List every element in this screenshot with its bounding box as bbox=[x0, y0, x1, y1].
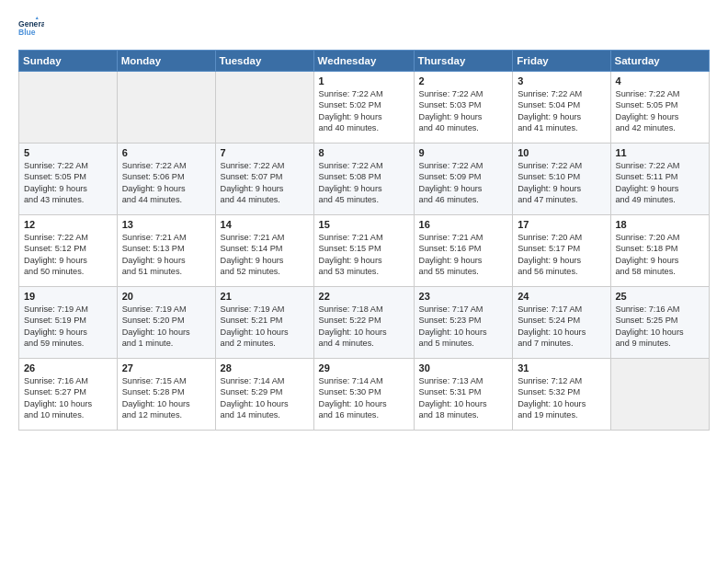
calendar-cell: 8Sunrise: 7:22 AM Sunset: 5:08 PM Daylig… bbox=[313, 144, 414, 215]
calendar-cell: 30Sunrise: 7:13 AM Sunset: 5:31 PM Dayli… bbox=[414, 359, 513, 431]
day-number: 8 bbox=[319, 147, 409, 158]
day-number: 30 bbox=[419, 362, 508, 373]
svg-marker-2 bbox=[36, 17, 39, 19]
day-info: Sunrise: 7:16 AM Sunset: 5:25 PM Dayligh… bbox=[616, 304, 705, 350]
day-number: 18 bbox=[616, 219, 705, 230]
day-number: 5 bbox=[24, 147, 112, 158]
calendar-cell: 11Sunrise: 7:22 AM Sunset: 5:11 PM Dayli… bbox=[610, 144, 710, 215]
day-number: 29 bbox=[319, 362, 409, 373]
day-info: Sunrise: 7:19 AM Sunset: 5:20 PM Dayligh… bbox=[122, 304, 210, 350]
day-number: 22 bbox=[319, 291, 409, 302]
day-info: Sunrise: 7:18 AM Sunset: 5:22 PM Dayligh… bbox=[319, 304, 409, 350]
calendar-cell bbox=[19, 72, 118, 144]
day-number: 15 bbox=[319, 219, 409, 230]
calendar-cell: 23Sunrise: 7:17 AM Sunset: 5:23 PM Dayli… bbox=[414, 287, 513, 359]
calendar-cell: 4Sunrise: 7:22 AM Sunset: 5:05 PM Daylig… bbox=[610, 72, 710, 144]
weekday-header-row: SundayMondayTuesdayWednesdayThursdayFrid… bbox=[19, 51, 710, 72]
calendar-cell: 16Sunrise: 7:21 AM Sunset: 5:16 PM Dayli… bbox=[414, 215, 513, 287]
calendar-cell: 17Sunrise: 7:20 AM Sunset: 5:17 PM Dayli… bbox=[513, 215, 610, 287]
day-info: Sunrise: 7:20 AM Sunset: 5:18 PM Dayligh… bbox=[616, 232, 705, 278]
weekday-header-saturday: Saturday bbox=[610, 51, 710, 72]
day-info: Sunrise: 7:21 AM Sunset: 5:16 PM Dayligh… bbox=[419, 232, 508, 278]
calendar-week-row: 26Sunrise: 7:16 AM Sunset: 5:27 PM Dayli… bbox=[19, 359, 710, 431]
calendar-cell: 28Sunrise: 7:14 AM Sunset: 5:29 PM Dayli… bbox=[215, 359, 313, 431]
calendar-cell: 18Sunrise: 7:20 AM Sunset: 5:18 PM Dayli… bbox=[610, 215, 710, 287]
day-number: 16 bbox=[419, 219, 508, 230]
calendar-cell: 22Sunrise: 7:18 AM Sunset: 5:22 PM Dayli… bbox=[313, 287, 414, 359]
day-info: Sunrise: 7:22 AM Sunset: 5:10 PM Dayligh… bbox=[518, 160, 605, 206]
calendar-week-row: 12Sunrise: 7:22 AM Sunset: 5:12 PM Dayli… bbox=[19, 215, 710, 287]
day-number: 2 bbox=[419, 75, 508, 86]
calendar-cell: 19Sunrise: 7:19 AM Sunset: 5:19 PM Dayli… bbox=[19, 287, 118, 359]
day-number: 23 bbox=[419, 291, 508, 302]
day-info: Sunrise: 7:13 AM Sunset: 5:31 PM Dayligh… bbox=[419, 375, 508, 421]
day-info: Sunrise: 7:17 AM Sunset: 5:24 PM Dayligh… bbox=[518, 304, 605, 350]
calendar-week-row: 1Sunrise: 7:22 AM Sunset: 5:02 PM Daylig… bbox=[19, 72, 710, 144]
calendar-cell bbox=[215, 72, 313, 144]
day-number: 7 bbox=[221, 147, 309, 158]
calendar-cell bbox=[117, 72, 215, 144]
day-info: Sunrise: 7:19 AM Sunset: 5:19 PM Dayligh… bbox=[24, 304, 112, 350]
calendar-body: 1Sunrise: 7:22 AM Sunset: 5:02 PM Daylig… bbox=[19, 72, 710, 431]
calendar-week-row: 19Sunrise: 7:19 AM Sunset: 5:19 PM Dayli… bbox=[19, 287, 710, 359]
day-number: 26 bbox=[24, 362, 112, 373]
day-info: Sunrise: 7:22 AM Sunset: 5:08 PM Dayligh… bbox=[319, 160, 409, 206]
calendar-table: SundayMondayTuesdayWednesdayThursdayFrid… bbox=[18, 50, 710, 431]
day-number: 19 bbox=[24, 291, 112, 302]
day-number: 1 bbox=[319, 75, 409, 86]
day-info: Sunrise: 7:15 AM Sunset: 5:28 PM Dayligh… bbox=[122, 375, 210, 421]
weekday-header-monday: Monday bbox=[117, 51, 215, 72]
day-number: 11 bbox=[616, 147, 705, 158]
calendar-cell: 3Sunrise: 7:22 AM Sunset: 5:04 PM Daylig… bbox=[513, 72, 610, 144]
calendar-cell: 13Sunrise: 7:21 AM Sunset: 5:13 PM Dayli… bbox=[117, 215, 215, 287]
calendar-cell: 20Sunrise: 7:19 AM Sunset: 5:20 PM Dayli… bbox=[117, 287, 215, 359]
day-info: Sunrise: 7:22 AM Sunset: 5:04 PM Dayligh… bbox=[518, 88, 605, 134]
calendar-cell: 14Sunrise: 7:21 AM Sunset: 5:14 PM Dayli… bbox=[215, 215, 313, 287]
calendar-cell: 7Sunrise: 7:22 AM Sunset: 5:07 PM Daylig… bbox=[215, 144, 313, 215]
day-number: 27 bbox=[122, 362, 210, 373]
weekday-header-tuesday: Tuesday bbox=[215, 51, 313, 72]
day-info: Sunrise: 7:22 AM Sunset: 5:11 PM Dayligh… bbox=[616, 160, 705, 206]
day-number: 4 bbox=[616, 75, 705, 86]
day-number: 6 bbox=[122, 147, 210, 158]
day-info: Sunrise: 7:20 AM Sunset: 5:17 PM Dayligh… bbox=[518, 232, 605, 278]
day-number: 3 bbox=[518, 75, 605, 86]
calendar-cell: 6Sunrise: 7:22 AM Sunset: 5:06 PM Daylig… bbox=[117, 144, 215, 215]
weekday-header-thursday: Thursday bbox=[414, 51, 513, 72]
logo-icon: GeneralBlue bbox=[18, 17, 44, 42]
day-number: 17 bbox=[518, 219, 605, 230]
day-number: 24 bbox=[518, 291, 605, 302]
day-info: Sunrise: 7:22 AM Sunset: 5:06 PM Dayligh… bbox=[122, 160, 210, 206]
calendar-week-row: 5Sunrise: 7:22 AM Sunset: 5:05 PM Daylig… bbox=[19, 144, 710, 215]
day-info: Sunrise: 7:16 AM Sunset: 5:27 PM Dayligh… bbox=[24, 375, 112, 421]
day-number: 28 bbox=[221, 362, 309, 373]
calendar-cell: 27Sunrise: 7:15 AM Sunset: 5:28 PM Dayli… bbox=[117, 359, 215, 431]
day-number: 31 bbox=[518, 362, 605, 373]
page-header: GeneralBlue bbox=[18, 17, 710, 42]
logo: GeneralBlue bbox=[18, 17, 44, 42]
day-number: 21 bbox=[221, 291, 309, 302]
day-info: Sunrise: 7:21 AM Sunset: 5:15 PM Dayligh… bbox=[319, 232, 409, 278]
calendar-cell: 12Sunrise: 7:22 AM Sunset: 5:12 PM Dayli… bbox=[19, 215, 118, 287]
day-info: Sunrise: 7:22 AM Sunset: 5:03 PM Dayligh… bbox=[419, 88, 508, 134]
calendar-cell: 25Sunrise: 7:16 AM Sunset: 5:25 PM Dayli… bbox=[610, 287, 710, 359]
calendar-cell: 29Sunrise: 7:14 AM Sunset: 5:30 PM Dayli… bbox=[313, 359, 414, 431]
calendar-cell: 10Sunrise: 7:22 AM Sunset: 5:10 PM Dayli… bbox=[513, 144, 610, 215]
calendar-cell: 9Sunrise: 7:22 AM Sunset: 5:09 PM Daylig… bbox=[414, 144, 513, 215]
day-info: Sunrise: 7:12 AM Sunset: 5:32 PM Dayligh… bbox=[518, 375, 605, 421]
calendar-cell: 24Sunrise: 7:17 AM Sunset: 5:24 PM Dayli… bbox=[513, 287, 610, 359]
day-number: 10 bbox=[518, 147, 605, 158]
day-info: Sunrise: 7:14 AM Sunset: 5:29 PM Dayligh… bbox=[221, 375, 309, 421]
weekday-header-friday: Friday bbox=[513, 51, 610, 72]
day-info: Sunrise: 7:21 AM Sunset: 5:13 PM Dayligh… bbox=[122, 232, 210, 278]
calendar-cell: 1Sunrise: 7:22 AM Sunset: 5:02 PM Daylig… bbox=[313, 72, 414, 144]
calendar-cell: 2Sunrise: 7:22 AM Sunset: 5:03 PM Daylig… bbox=[414, 72, 513, 144]
calendar-cell: 21Sunrise: 7:19 AM Sunset: 5:21 PM Dayli… bbox=[215, 287, 313, 359]
svg-text:Blue: Blue bbox=[18, 28, 36, 37]
day-info: Sunrise: 7:17 AM Sunset: 5:23 PM Dayligh… bbox=[419, 304, 508, 350]
calendar-cell: 15Sunrise: 7:21 AM Sunset: 5:15 PM Dayli… bbox=[313, 215, 414, 287]
weekday-header-wednesday: Wednesday bbox=[313, 51, 414, 72]
day-info: Sunrise: 7:22 AM Sunset: 5:07 PM Dayligh… bbox=[221, 160, 309, 206]
day-number: 25 bbox=[616, 291, 705, 302]
day-info: Sunrise: 7:22 AM Sunset: 5:12 PM Dayligh… bbox=[24, 232, 112, 278]
